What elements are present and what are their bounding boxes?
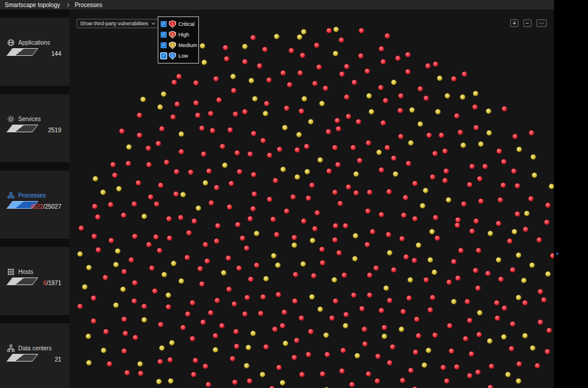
process-node[interactable] — [214, 297, 220, 303]
process-node[interactable] — [301, 218, 307, 224]
sidebar-item-data-centers[interactable]: Data centers 21 — [0, 323, 69, 388]
process-node[interactable] — [125, 160, 131, 166]
process-node[interactable] — [173, 191, 179, 197]
process-node[interactable] — [103, 329, 109, 335]
process-node[interactable] — [323, 332, 329, 338]
process-node[interactable] — [400, 377, 406, 383]
process-node[interactable] — [193, 80, 199, 86]
process-node[interactable] — [85, 333, 91, 339]
process-node[interactable] — [251, 191, 257, 197]
process-node[interactable] — [132, 335, 138, 340]
process-node[interactable] — [429, 229, 435, 235]
process-node[interactable] — [386, 232, 391, 238]
process-node[interactable] — [417, 86, 423, 92]
process-node[interactable] — [77, 303, 83, 309]
process-node[interactable] — [340, 347, 346, 353]
process-node[interactable] — [406, 160, 411, 166]
process-node[interactable] — [230, 356, 235, 362]
process-node[interactable] — [431, 269, 437, 275]
process-node[interactable] — [171, 79, 177, 85]
process-node[interactable] — [215, 223, 221, 229]
process-node[interactable] — [501, 159, 507, 165]
third-party-vulnerabilities-dropdown[interactable]: Show third-party vulnerabilities — [77, 19, 159, 28]
process-node[interactable] — [383, 285, 389, 291]
process-node[interactable] — [350, 145, 356, 150]
process-node[interactable] — [349, 382, 355, 387]
process-node[interactable] — [146, 242, 152, 247]
process-node[interactable] — [514, 211, 520, 217]
process-node[interactable] — [138, 370, 144, 376]
process-node[interactable] — [444, 378, 450, 384]
process-node[interactable] — [91, 233, 97, 239]
process-node[interactable] — [498, 276, 504, 282]
process-node[interactable] — [263, 276, 269, 282]
process-node[interactable] — [271, 253, 277, 259]
process-node[interactable] — [403, 254, 409, 260]
process-node[interactable] — [157, 104, 163, 110]
process-node[interactable] — [112, 172, 118, 178]
process-node[interactable] — [244, 245, 250, 251]
process-node[interactable] — [344, 63, 350, 69]
process-node[interactable] — [365, 208, 371, 214]
process-node[interactable] — [237, 169, 242, 175]
process-node[interactable] — [140, 96, 146, 102]
process-node[interactable] — [326, 168, 332, 174]
process-node[interactable] — [400, 309, 406, 315]
process-node[interactable] — [509, 346, 514, 352]
process-node[interactable] — [200, 319, 206, 325]
process-node[interactable] — [447, 323, 453, 329]
process-node[interactable] — [433, 215, 438, 220]
process-node[interactable] — [324, 352, 330, 357]
process-node[interactable] — [248, 276, 254, 282]
process-node[interactable] — [280, 70, 286, 76]
process-node[interactable] — [511, 168, 517, 174]
process-node[interactable] — [460, 94, 466, 100]
process-node[interactable] — [432, 332, 438, 338]
process-node[interactable] — [358, 28, 364, 34]
process-node[interactable] — [174, 169, 180, 175]
process-node[interactable] — [283, 340, 288, 346]
process-node[interactable] — [425, 63, 431, 69]
process-node[interactable] — [537, 289, 543, 295]
process-node[interactable] — [546, 327, 552, 333]
process-node[interactable] — [528, 196, 534, 202]
process-node[interactable] — [412, 180, 418, 186]
process-node[interactable] — [126, 144, 132, 150]
process-node[interactable] — [124, 370, 130, 376]
process-node[interactable] — [165, 292, 171, 298]
process-node[interactable] — [250, 206, 256, 212]
process-node[interactable] — [423, 277, 429, 283]
process-node[interactable] — [442, 178, 448, 183]
process-node[interactable] — [291, 242, 297, 248]
process-node[interactable] — [312, 226, 318, 232]
process-node[interactable] — [280, 166, 286, 172]
process-node[interactable] — [536, 237, 542, 243]
process-node[interactable] — [251, 172, 257, 178]
process-node[interactable] — [300, 52, 305, 58]
process-node[interactable] — [387, 250, 393, 256]
process-node[interactable] — [235, 222, 241, 228]
process-node[interactable] — [202, 363, 208, 369]
process-node[interactable] — [102, 275, 108, 280]
topology-canvas[interactable] — [69, 9, 554, 388]
process-node[interactable] — [132, 280, 138, 286]
process-node[interactable] — [178, 131, 184, 137]
process-node[interactable] — [284, 208, 290, 214]
process-node[interactable] — [487, 338, 493, 344]
process-node[interactable] — [190, 300, 195, 306]
process-node[interactable] — [293, 272, 298, 277]
process-node[interactable] — [178, 149, 184, 155]
process-node[interactable] — [361, 326, 367, 332]
process-node[interactable] — [180, 192, 186, 198]
filter-row-high[interactable]: ✓ ! High — [161, 29, 196, 40]
process-node[interactable] — [131, 201, 137, 207]
process-node[interactable] — [487, 384, 493, 388]
process-node[interactable] — [92, 176, 98, 182]
process-node[interactable] — [408, 367, 414, 373]
process-node[interactable] — [317, 306, 323, 312]
process-node[interactable] — [430, 295, 436, 300]
process-node[interactable] — [314, 42, 320, 48]
process-node[interactable] — [487, 230, 493, 236]
process-node[interactable] — [225, 255, 231, 261]
process-node[interactable] — [210, 128, 215, 133]
